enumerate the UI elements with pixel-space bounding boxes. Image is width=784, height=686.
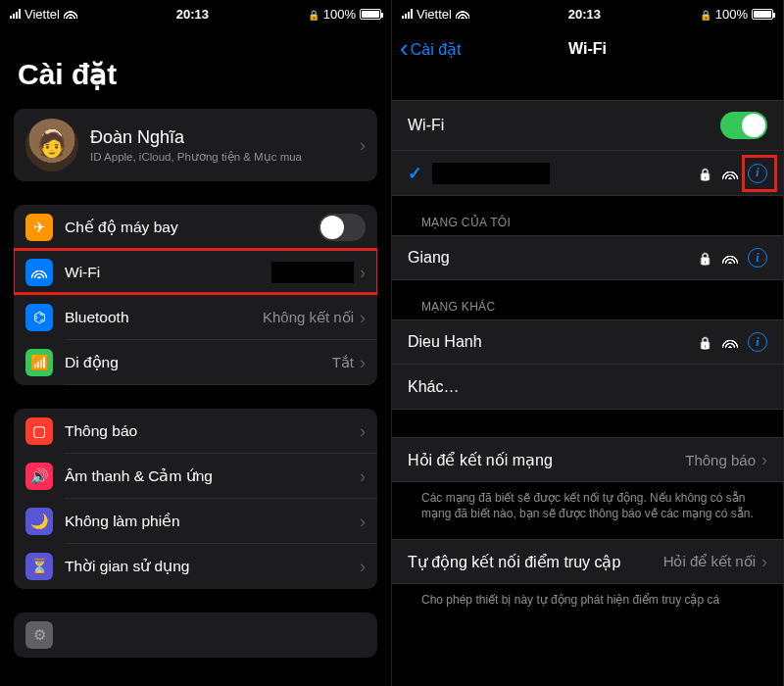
lock-icon bbox=[698, 249, 712, 267]
wifi-toggle-row[interactable]: Wi-Fi bbox=[392, 100, 783, 151]
wifi-toggle-label: Wi-Fi bbox=[408, 117, 720, 134]
notifications-label: Thông báo bbox=[65, 422, 360, 440]
battery-pct: 100% bbox=[323, 7, 356, 22]
status-bar: Viettel 20:13 100% bbox=[392, 0, 783, 27]
carrier-label: Viettel bbox=[416, 7, 452, 22]
general-group: ⚙ bbox=[14, 612, 377, 658]
connectivity-group: ✈ Chế độ máy bay Wi-Fi › ⌬ Bluetooth Khô… bbox=[14, 205, 377, 385]
notifications-row[interactable]: ▢ Thông báo › bbox=[14, 409, 377, 454]
bluetooth-row[interactable]: ⌬ Bluetooth Không kết nối › bbox=[14, 295, 377, 340]
cellular-value: Tắt bbox=[332, 354, 354, 371]
gear-icon: ⚙ bbox=[25, 621, 53, 649]
carrier-label: Viettel bbox=[24, 7, 60, 22]
wifi-redacted-value bbox=[271, 262, 354, 283]
auto-hotspot-footer: Cho phép thiết bị này tự động phát hiện … bbox=[392, 584, 783, 608]
ask-join-value: Thông báo bbox=[685, 452, 756, 468]
wifi-strength-icon bbox=[722, 336, 738, 348]
sounds-label: Âm thanh & Cảm ứng bbox=[65, 467, 360, 485]
other-networks-header: MẠNG KHÁC bbox=[392, 280, 783, 319]
battery-icon bbox=[360, 9, 381, 20]
network-row-dieuhanh[interactable]: Dieu Hanh i bbox=[392, 319, 783, 365]
settings-screen: Viettel 20:13 100% Cài đặt 🧑 Đoàn Nghĩa … bbox=[0, 0, 392, 686]
battery-pct: 100% bbox=[715, 7, 748, 22]
page-title: Cài đặt bbox=[0, 27, 391, 109]
chevron-right-icon: › bbox=[761, 450, 767, 470]
ask-to-join-row[interactable]: Hỏi để kết nối mạng Thông báo › bbox=[392, 437, 783, 482]
lock-icon bbox=[698, 165, 712, 182]
auto-hotspot-value: Hỏi để kết nối bbox=[663, 553, 756, 570]
network-label: Giang bbox=[408, 249, 698, 267]
orientation-lock-icon bbox=[308, 7, 319, 22]
lock-icon bbox=[698, 333, 712, 351]
notifications-icon: ▢ bbox=[25, 417, 53, 445]
clock: 20:13 bbox=[77, 7, 308, 22]
avatar: 🧑 bbox=[25, 119, 78, 172]
sounds-icon: 🔊 bbox=[25, 463, 53, 490]
info-icon[interactable]: i bbox=[748, 248, 767, 268]
chevron-right-icon: › bbox=[360, 421, 366, 442]
chevron-right-icon: › bbox=[360, 512, 366, 532]
general-row-partial[interactable]: ⚙ bbox=[14, 612, 377, 658]
status-bar: Viettel 20:13 100% bbox=[0, 0, 391, 27]
wifi-settings-icon bbox=[25, 259, 53, 286]
other-label: Khác… bbox=[408, 378, 767, 396]
profile-subtitle: ID Apple, iCloud, Phương tiện & Mục mua bbox=[90, 150, 360, 164]
orientation-lock-icon bbox=[700, 7, 711, 22]
cellular-row[interactable]: 📶 Di động Tắt › bbox=[14, 340, 377, 385]
moon-icon: 🌙 bbox=[25, 508, 53, 535]
wifi-strength-icon bbox=[722, 252, 738, 264]
nav-bar: Cài đặt Wi-Fi bbox=[392, 27, 783, 71]
ask-join-footer: Các mạng đã biết sẽ được kết nối tự động… bbox=[392, 482, 783, 539]
cellular-icon: 📶 bbox=[25, 349, 53, 376]
chevron-right-icon: › bbox=[360, 308, 366, 328]
chevron-right-icon: › bbox=[360, 353, 366, 373]
wifi-screen: Viettel 20:13 100% Cài đặt Wi-Fi Wi-Fi ✓… bbox=[392, 0, 784, 686]
auto-hotspot-row[interactable]: Tự động kết nối điểm truy cập Hỏi để kết… bbox=[392, 539, 783, 584]
apple-id-row[interactable]: 🧑 Đoàn Nghĩa ID Apple, iCloud, Phương ti… bbox=[14, 109, 377, 181]
screentime-row[interactable]: ⏳ Thời gian sử dụng › bbox=[14, 544, 377, 589]
screentime-label: Thời gian sử dụng bbox=[65, 558, 360, 575]
signal-icon bbox=[402, 9, 413, 19]
chevron-right-icon: › bbox=[360, 557, 366, 577]
airplane-icon: ✈ bbox=[25, 214, 53, 241]
dnd-label: Không làm phiền bbox=[65, 513, 360, 530]
auto-hotspot-label: Tự động kết nối điểm truy cập bbox=[408, 553, 663, 571]
wifi-status-icon bbox=[456, 7, 469, 22]
hourglass-icon: ⏳ bbox=[25, 553, 53, 580]
wifi-row[interactable]: Wi-Fi › bbox=[14, 250, 377, 295]
battery-icon bbox=[752, 9, 773, 20]
connected-ssid-redacted bbox=[432, 163, 550, 184]
sounds-row[interactable]: 🔊 Âm thanh & Cảm ứng › bbox=[14, 454, 377, 499]
info-icon[interactable]: i bbox=[748, 164, 767, 183]
connected-network-row[interactable]: ✓ i bbox=[392, 151, 783, 196]
airplane-label: Chế độ máy bay bbox=[65, 219, 318, 236]
wifi-status-icon bbox=[64, 7, 77, 22]
cellular-label: Di động bbox=[65, 354, 332, 371]
ask-join-label: Hỏi để kết nối mạng bbox=[408, 451, 685, 469]
wifi-toggle[interactable] bbox=[720, 112, 767, 139]
airplane-mode-row[interactable]: ✈ Chế độ máy bay bbox=[14, 205, 377, 250]
nav-title: Wi-Fi bbox=[392, 40, 783, 58]
network-row-giang[interactable]: Giang i bbox=[392, 235, 783, 280]
notifications-group: ▢ Thông báo › 🔊 Âm thanh & Cảm ứng › 🌙 K… bbox=[14, 409, 377, 589]
dnd-row[interactable]: 🌙 Không làm phiền › bbox=[14, 499, 377, 544]
profile-name: Đoàn Nghĩa bbox=[90, 127, 360, 148]
bluetooth-value: Không kết nối bbox=[263, 309, 354, 326]
bluetooth-label: Bluetooth bbox=[65, 309, 263, 326]
wifi-strength-icon bbox=[722, 168, 738, 179]
other-network-row[interactable]: Khác… bbox=[392, 365, 783, 410]
chevron-right-icon: › bbox=[360, 135, 366, 156]
clock: 20:13 bbox=[469, 7, 700, 22]
checkmark-icon: ✓ bbox=[408, 163, 422, 184]
info-icon[interactable]: i bbox=[748, 332, 767, 352]
bluetooth-icon: ⌬ bbox=[25, 304, 53, 331]
wifi-label: Wi-Fi bbox=[65, 264, 271, 281]
airplane-toggle[interactable] bbox=[318, 214, 366, 241]
signal-icon bbox=[10, 9, 21, 19]
my-networks-header: MẠNG CỦA TÔI bbox=[392, 196, 783, 235]
chevron-right-icon: › bbox=[761, 552, 767, 572]
chevron-right-icon: › bbox=[360, 466, 366, 487]
network-label: Dieu Hanh bbox=[408, 333, 698, 351]
chevron-right-icon: › bbox=[360, 263, 366, 283]
